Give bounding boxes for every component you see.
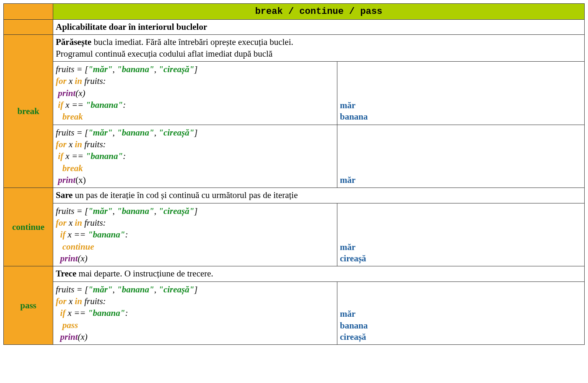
break-desc-line2: Programul continuă execuția codului afla…: [56, 49, 272, 59]
pass-code: fruits = ["măr", "banana", "cireașă"] fo…: [53, 281, 337, 345]
header-title: break / continue / pass: [53, 4, 585, 20]
break-code-2: fruits = ["măr", "banana", "cireașă"] fo…: [53, 125, 337, 188]
continue-desc-rest: un pas de iterație în cod și continuă cu…: [73, 190, 298, 200]
continue-label: continue: [4, 188, 53, 266]
reference-table: break / continue / pass Aplicabilitate d…: [3, 3, 585, 345]
break-desc-bold: Părăsește: [56, 37, 91, 47]
pass-desc-rest: mai departe. O instrucțiune de trecere.: [76, 268, 213, 279]
continue-desc: Sare un pas de iterație în cod și contin…: [53, 188, 585, 203]
break-label: break: [4, 35, 53, 188]
break-desc: Părăsește bucla imediat. Fără alte între…: [53, 35, 585, 62]
continue-desc-bold: Sare: [56, 190, 73, 200]
pass-output: măr banana cireașă: [337, 281, 585, 345]
continue-code: fruits = ["măr", "banana", "cireașă"] fo…: [53, 203, 337, 266]
pass-desc-bold: Trece: [56, 268, 76, 279]
intro-bold: Aplicabilitate doar în interiorul buclel…: [56, 22, 207, 32]
break-output-1: măr banana: [337, 61, 585, 125]
intro-text: Aplicabilitate doar în interiorul buclel…: [53, 20, 585, 35]
pass-label: pass: [4, 266, 53, 345]
pass-desc: Trece mai departe. O instrucțiune de tre…: [53, 266, 585, 281]
continue-output: măr cireașă: [337, 203, 585, 266]
break-code-1: fruits = ["măr", "banana", "cireașă"] fo…: [53, 61, 337, 125]
break-desc-rest: bucla imediat. Fără alte întrebări opreș…: [91, 37, 293, 47]
header-side-blank: [4, 4, 53, 20]
break-output-2: măr: [337, 125, 585, 188]
intro-side-blank: [4, 20, 53, 35]
